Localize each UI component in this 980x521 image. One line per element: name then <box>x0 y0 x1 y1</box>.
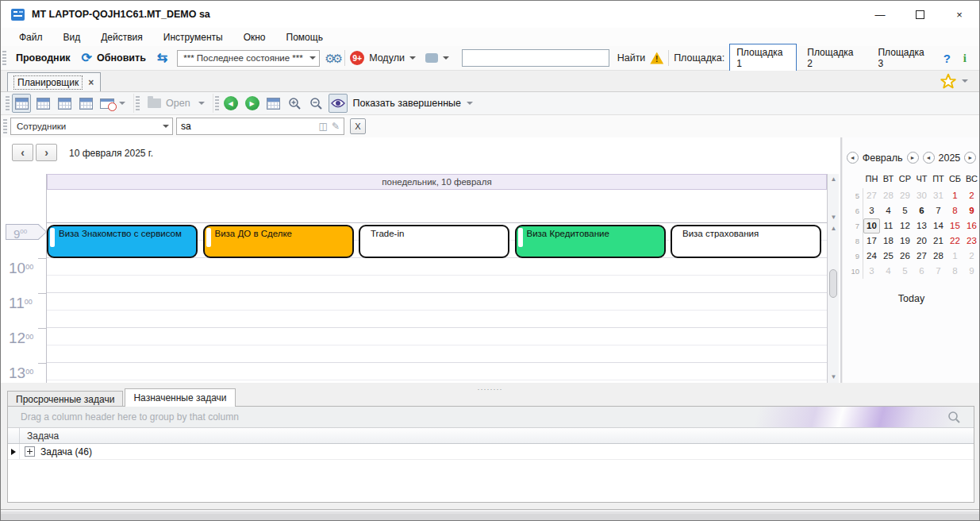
show-completed-dropdown-icon[interactable] <box>467 102 473 105</box>
close-button[interactable]: × <box>940 1 979 28</box>
appointment[interactable]: Виза ДО в Сделке <box>203 225 354 258</box>
next-day-button[interactable]: › <box>36 144 57 161</box>
zoom-in-button[interactable] <box>286 94 305 113</box>
toolgroup-grip[interactable] <box>6 96 10 110</box>
menu-item[interactable]: Инструменты <box>153 29 233 45</box>
calendar-day[interactable]: 1 <box>947 249 963 263</box>
calendar-day[interactable]: 18 <box>880 234 897 248</box>
calendar-day[interactable]: 10 <box>863 218 880 233</box>
appointment[interactable]: Виза страхования <box>671 225 821 258</box>
calendar-day[interactable]: 4 <box>880 264 897 278</box>
calendar-day[interactable]: 16 <box>963 219 980 233</box>
group-by-box[interactable]: Drag a column header here to group by th… <box>8 407 974 428</box>
scroll-down-icon[interactable]: ▼ <box>828 212 840 223</box>
calendar-day[interactable]: 28 <box>930 249 947 263</box>
modules-dropdown-icon[interactable] <box>409 56 416 60</box>
calendar-day[interactable]: 31 <box>930 189 947 203</box>
calendar-day[interactable]: 8 <box>947 204 963 218</box>
day-column-header[interactable]: понедельник, 10 февраля <box>47 174 827 190</box>
previous-year-button[interactable]: ◄ <box>923 152 935 164</box>
calendar-day[interactable]: 15 <box>947 219 963 233</box>
calendar-day[interactable]: 9 <box>963 264 980 278</box>
menu-item[interactable]: Вид <box>53 29 91 45</box>
info-button[interactable]: i <box>963 52 967 65</box>
day-view-button[interactable] <box>12 94 31 113</box>
calendar-day[interactable]: 19 <box>897 234 913 248</box>
scroll-up-icon[interactable]: ▲ <box>828 223 840 234</box>
previous-day-button[interactable]: ‹ <box>12 144 33 161</box>
calendar-day[interactable]: 27 <box>913 249 930 263</box>
next-month-button[interactable]: ► <box>907 152 919 164</box>
show-completed-toggle[interactable] <box>329 94 348 113</box>
site-button[interactable]: Площадка 2 <box>800 44 867 72</box>
calendar-day[interactable]: 5 <box>897 204 913 218</box>
calendar-day[interactable]: 2 <box>963 189 980 203</box>
grid-search-icon[interactable] <box>947 411 961 424</box>
calendar-day[interactable]: 6 <box>913 204 930 218</box>
backward-button[interactable]: ◀ <box>221 94 240 113</box>
table-row[interactable]: Задача (46) <box>8 444 974 460</box>
bottom-tab[interactable]: Просроченные задачи <box>7 391 123 407</box>
settings-gears-icon[interactable]: ⚙⚙ <box>325 52 340 64</box>
site-button[interactable]: Площадка 1 <box>729 44 797 72</box>
calendar-day[interactable]: 13 <box>913 219 930 233</box>
open-button[interactable]: Open <box>142 94 196 113</box>
scheduler-scrollbar[interactable]: ▲ ▼ <box>827 223 839 383</box>
minimize-button[interactable]: — <box>860 1 900 28</box>
today-button[interactable]: Today <box>843 293 980 304</box>
workweek-view-button[interactable] <box>33 94 52 113</box>
all-day-area[interactable] <box>47 190 827 223</box>
list-select-icon[interactable]: ◫ <box>319 122 328 131</box>
forward-button[interactable]: ▶ <box>243 94 262 113</box>
help-button[interactable]: ? <box>943 52 951 65</box>
calendar-day[interactable]: 30 <box>913 189 930 203</box>
calendar-day[interactable]: 20 <box>913 234 930 248</box>
calendar-day[interactable]: 22 <box>947 234 963 248</box>
clear-filter-button[interactable]: X <box>350 118 366 134</box>
scroll-up-icon[interactable]: ▲ <box>828 174 840 185</box>
modules-button[interactable]: Модули <box>369 52 405 64</box>
menu-item[interactable]: Файл <box>9 29 53 45</box>
zoom-out-button[interactable] <box>307 94 326 113</box>
site-button[interactable]: Площадка 3 <box>870 44 938 72</box>
calendar-day[interactable]: 5 <box>897 264 913 278</box>
chat-dropdown-icon[interactable] <box>443 56 449 60</box>
bottom-tab[interactable]: Назначенные задачи <box>125 388 235 407</box>
calendar-day[interactable]: 17 <box>863 234 880 248</box>
scroll-down-icon[interactable]: ▼ <box>828 372 840 383</box>
day-content-area[interactable]: Виза Знакомство с сервисомВиза ДО в Сдел… <box>47 223 827 383</box>
calendar-day[interactable]: 2 <box>963 249 980 263</box>
calendar-day[interactable]: 9 <box>963 204 980 218</box>
calendar-day[interactable]: 14 <box>930 219 947 233</box>
show-completed-label[interactable]: Показать завершенные <box>350 98 464 109</box>
refresh-button[interactable]: Обновить <box>97 52 146 64</box>
filter-grip[interactable] <box>3 119 7 133</box>
expand-icon[interactable] <box>25 446 35 457</box>
calendar-day[interactable]: 6 <box>913 264 930 278</box>
favorites-dropdown-icon[interactable] <box>962 79 968 83</box>
calendar-day[interactable]: 27 <box>863 189 880 203</box>
warning-icon[interactable] <box>650 52 663 64</box>
calendar-day[interactable]: 12 <box>897 219 913 233</box>
calendar-day[interactable]: 25 <box>880 249 897 263</box>
horizontal-splitter[interactable]: ········ <box>1 383 979 388</box>
calendar-day[interactable]: 7 <box>930 264 947 278</box>
calendar-day[interactable]: 1 <box>947 189 963 203</box>
tab-close-icon[interactable]: × <box>88 77 94 88</box>
toolgroup-grip[interactable] <box>136 96 140 110</box>
appointment[interactable]: Виза Знакомство с сервисом <box>47 225 198 258</box>
column-header-task[interactable]: Задача <box>20 430 59 442</box>
scroll-thumb[interactable] <box>829 269 837 298</box>
calendar-day[interactable]: 21 <box>930 234 947 248</box>
menu-item[interactable]: Помощь <box>276 29 333 45</box>
tab-planner[interactable]: Планировщик × <box>7 72 101 91</box>
toolgroup-grip[interactable] <box>215 96 219 110</box>
previous-month-button[interactable]: ◄ <box>847 152 859 164</box>
pencil-icon[interactable]: ✎ <box>332 122 340 131</box>
calendar-day[interactable]: 3 <box>863 264 880 278</box>
calendar-day[interactable]: 26 <box>897 249 913 263</box>
appointment[interactable]: Виза Кредитование <box>515 225 666 258</box>
calendar-day[interactable]: 29 <box>897 189 913 203</box>
view-dropdown-icon[interactable] <box>119 102 125 105</box>
calendar-day[interactable]: 4 <box>880 204 897 218</box>
